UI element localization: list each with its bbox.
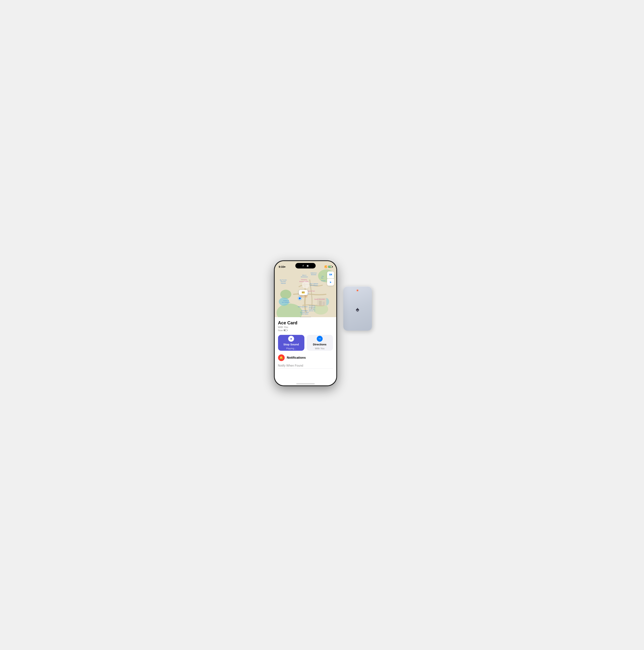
location-arrow-icon: ▶ <box>284 266 286 268</box>
scene: ♠ 9:33 ▶ 📶 ↺ ▣ <box>274 260 370 390</box>
battery-now-label: Now <box>278 329 283 332</box>
map-label-space-mountain: Space Mountain <box>314 298 325 300</box>
map-label-matterhorn: MatterhornBobsleds <box>311 272 317 276</box>
tracker-led <box>357 290 358 291</box>
iphone-screen: 9:33 ▶ 📶 ↺ ▣ <box>275 261 336 385</box>
di-right-icon: ▣ <box>307 264 309 267</box>
map-view-button[interactable]: 🗺 <box>327 272 334 279</box>
home-indicator <box>296 384 315 384</box>
di-left-icon: ↺ <box>302 264 304 267</box>
map-label-walts: Walt's Apartment <box>298 306 308 308</box>
tracker-spade-icon: ♠ <box>356 305 359 313</box>
directions-button[interactable]: ↪ Directions With You <box>307 335 333 351</box>
notifications-label: Notifications <box>287 356 306 360</box>
directions-icon: ↪ <box>317 336 323 342</box>
map-label-disney-story: The DisneyStory preseGreat Momwith Mr. L… <box>309 305 316 312</box>
dynamic-island: ↺ ▣ <box>295 263 316 268</box>
item-title: Ace Card <box>278 321 333 325</box>
map-label-buzz: Buzz LightyearAstro Blasters <box>310 283 318 286</box>
item-subtitle: With You <box>278 326 333 329</box>
bottom-panel: Ace Card With You Now ■ Stop Sound <box>275 317 336 385</box>
map-label-autopia: Autopia <box>321 280 326 282</box>
status-right: 📶 <box>324 265 332 268</box>
map-label-bttmr: Big ThunderMountainRailroad <box>280 279 287 284</box>
map-label-dis-mo: DisMo... <box>321 276 324 279</box>
battery-status: Now <box>278 329 287 332</box>
tracker-map-pin: 💳 <box>299 290 308 295</box>
wifi-icon: 📶 <box>324 265 327 268</box>
map-controls: 🗺 ➤ <box>327 272 334 286</box>
svg-rect-9 <box>319 301 322 305</box>
tracker-card: ♠ <box>343 286 372 331</box>
stop-icon: ■ <box>288 336 294 342</box>
notifications-section: 🔔 Notifications <box>278 354 333 361</box>
action-buttons-row: ■ Stop Sound Playing... ↪ Directions Wit… <box>278 335 333 351</box>
stop-sound-sublabel: Playing... <box>286 347 296 350</box>
notify-when-found-row[interactable]: Notify When Found <box>278 364 333 369</box>
svg-point-2 <box>280 290 291 299</box>
directions-label: Directions <box>313 343 326 346</box>
battery-inline-icon <box>284 329 287 331</box>
battery-icon <box>328 266 332 268</box>
map-label-alice: Alice inWonderland <box>301 275 308 278</box>
notifications-bell-icon: 🔔 <box>278 354 285 361</box>
directions-sublabel: With You <box>315 347 324 350</box>
map-label-sleeping-beauty: SleepingBeauty Castle <box>299 279 309 283</box>
stop-sound-button[interactable]: ■ Stop Sound Playing... <box>278 335 305 351</box>
user-location-pin <box>298 297 301 300</box>
status-time: 9:33 <box>279 265 284 268</box>
stop-sound-label: Stop Sound <box>283 343 299 346</box>
map-label-railroad: DisneylandRailroad - MainStreet Station <box>300 310 309 315</box>
location-center-button[interactable]: ➤ <box>327 279 334 286</box>
notify-when-found-label: Notify When Found <box>278 364 303 367</box>
map-label-pirates: Pirates ofthe Caribbean <box>282 300 290 303</box>
svg-rect-10 <box>323 302 325 305</box>
iphone-shell: 9:33 ▶ 📶 ↺ ▣ <box>274 260 337 386</box>
